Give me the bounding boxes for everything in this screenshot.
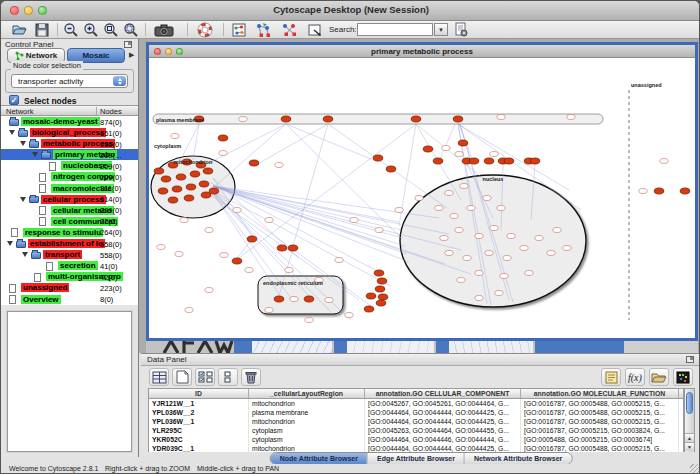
disclosure-triangle-icon[interactable] <box>20 197 26 202</box>
attribute-table-button[interactable] <box>149 368 169 386</box>
network-node[interactable] <box>455 228 463 233</box>
network-node-colored[interactable] <box>249 160 259 166</box>
table-column-header[interactable]: ID <box>149 389 249 398</box>
network-node-colored[interactable] <box>373 155 383 161</box>
network-node[interactable] <box>265 308 273 313</box>
snapshot-button[interactable] <box>151 22 177 38</box>
network-node[interactable] <box>275 163 283 168</box>
float-data-panel-icon[interactable] <box>686 356 694 363</box>
network-node[interactable] <box>483 196 491 201</box>
network-node[interactable] <box>205 288 213 293</box>
network-node-colored[interactable] <box>375 286 385 292</box>
network-node[interactable] <box>503 256 511 261</box>
float-panel-icon[interactable] <box>124 41 132 48</box>
network-node[interactable] <box>525 271 533 276</box>
network-node[interactable] <box>463 256 471 261</box>
network-node-colored[interactable] <box>376 300 386 306</box>
network-node[interactable] <box>507 234 515 239</box>
network-node[interactable] <box>490 152 498 157</box>
tree-row[interactable]: multi-organism pro42(0) <box>1 271 138 282</box>
tree-row[interactable]: nitrogen compo209(0) <box>1 171 138 182</box>
network-node-colored[interactable] <box>158 188 168 194</box>
network-node-colored[interactable] <box>168 197 178 203</box>
tree-row[interactable]: Overview8(0) <box>1 294 138 305</box>
disclosure-triangle-icon[interactable] <box>7 241 13 246</box>
network-node-colored[interactable] <box>504 158 514 164</box>
network-node-colored[interactable] <box>232 258 242 264</box>
network-canvas[interactable]: plasma membranecytoplasmmitochondrionnuc… <box>149 58 695 338</box>
network-node-colored[interactable] <box>186 184 196 190</box>
network-node[interactable] <box>445 191 453 196</box>
zoom-in-button[interactable] <box>81 22 101 38</box>
tab-network-attribute-browser[interactable]: Network Attribute Browser <box>465 453 571 464</box>
scroll-up-arrow[interactable]: ▲ <box>685 433 694 442</box>
table-column-header[interactable]: annotation.GO CELLULAR_COMPONENT <box>365 389 521 398</box>
network-node[interactable] <box>290 297 298 302</box>
network-node[interactable] <box>535 236 543 241</box>
zoom-fit-button[interactable] <box>101 22 121 38</box>
network-node-colored[interactable] <box>680 188 690 194</box>
table-scrollbar[interactable]: ▲ ▼ <box>684 388 695 453</box>
import-attributes-button[interactable] <box>649 368 669 386</box>
network-node[interactable] <box>445 251 453 256</box>
disclosure-triangle-icon[interactable] <box>32 152 38 157</box>
tree-row[interactable]: mosaic-demo-yeast874(0) <box>1 116 138 127</box>
network-node-colored[interactable] <box>172 186 182 192</box>
annotation-button[interactable] <box>305 22 325 38</box>
attribute-matrix-button[interactable] <box>673 368 693 386</box>
network-node-colored[interactable] <box>277 245 287 251</box>
network-node-colored[interactable] <box>304 296 314 302</box>
table-column-header[interactable]: _cellularLayoutRegion <box>249 389 365 398</box>
network-node[interactable] <box>520 246 528 251</box>
network-node[interactable] <box>457 278 465 283</box>
network-node-colored[interactable] <box>247 236 257 242</box>
tree-row[interactable]: macromolecule311(0) <box>1 183 138 194</box>
scroll-down-arrow[interactable]: ▼ <box>685 442 694 451</box>
disclosure-triangle-icon[interactable] <box>20 141 26 146</box>
tab-edge-attribute-browser[interactable]: Edge Attribute Browser <box>368 453 465 464</box>
network-node-colored[interactable] <box>364 306 374 312</box>
network-node[interactable] <box>475 234 483 239</box>
network-node[interactable] <box>350 218 358 223</box>
network-node[interactable] <box>239 117 247 122</box>
layout-nodes-button[interactable] <box>253 22 273 38</box>
tree-row[interactable]: primary metabo209(... <box>1 149 138 160</box>
select-attributes-button[interactable] <box>195 368 215 386</box>
network-node[interactable] <box>375 228 383 233</box>
network-node[interactable] <box>335 258 343 263</box>
resize-grip[interactable] <box>690 464 700 474</box>
network-node[interactable] <box>497 115 505 120</box>
network-node[interactable] <box>450 214 458 219</box>
network-node-colored[interactable] <box>366 293 376 299</box>
network-node-colored[interactable] <box>386 166 396 172</box>
node-color-select[interactable]: transporter activity <box>11 74 128 88</box>
select-nodes-checkbox[interactable]: ✓ <box>9 95 19 105</box>
network-node[interactable] <box>455 152 463 157</box>
network-node-colored[interactable] <box>176 174 186 180</box>
network-node-colored[interactable] <box>323 116 333 122</box>
network-node-colored[interactable] <box>433 158 443 164</box>
network-node[interactable] <box>553 228 561 233</box>
network-node-colored[interactable] <box>201 192 211 198</box>
network-node-colored[interactable] <box>281 116 291 122</box>
network-node[interactable] <box>305 318 313 323</box>
network-node-colored[interactable] <box>469 158 479 164</box>
network-node[interactable] <box>460 184 468 189</box>
network-node[interactable] <box>157 245 165 250</box>
network-node[interactable] <box>415 196 423 201</box>
delete-attribute-button[interactable] <box>241 368 261 386</box>
new-attribute-button[interactable] <box>172 368 192 386</box>
network-node[interactable] <box>563 246 571 251</box>
network-node-colored[interactable] <box>484 158 494 164</box>
tree-row[interactable]: secretion41(0) <box>1 260 138 271</box>
disclosure-triangle-icon[interactable] <box>22 252 28 257</box>
graphics-details-button[interactable] <box>229 22 249 38</box>
tree-row[interactable]: transport558(0) <box>1 249 138 260</box>
network-node[interactable] <box>220 253 228 258</box>
network-node-colored[interactable] <box>199 181 209 187</box>
tree-row[interactable]: unassigned223(0) <box>1 282 138 293</box>
birdseye-view[interactable] <box>7 311 132 452</box>
tree-row[interactable]: response to stimulu264(0) <box>1 227 138 238</box>
tab-node-attribute-browser[interactable]: Node Attribute Browser <box>271 453 368 464</box>
network-node-colored[interactable] <box>203 168 213 174</box>
